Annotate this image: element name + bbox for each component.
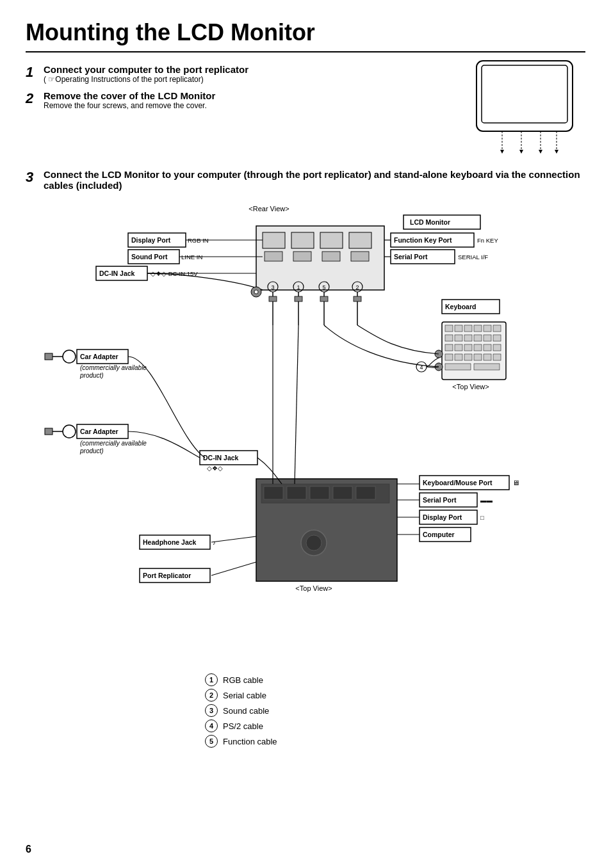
diagram-svg: <Rear View> LCD Monitor Function Key Por…	[26, 197, 589, 658]
svg-rect-21	[349, 232, 371, 248]
steps-section: 1 Connect your computer to the port repl…	[26, 64, 585, 163]
monitor-svg	[470, 58, 579, 160]
monitor-illustration	[470, 58, 585, 163]
svg-rect-71	[445, 364, 471, 370]
legend-num-2: 2	[205, 689, 218, 702]
serial-port-bottom-label: Serial Port	[423, 496, 457, 504]
car-adapter-1-sub: (commercially available	[80, 364, 147, 371]
legend-item-5: 5 Function cable	[205, 735, 585, 748]
page-title: Mounting the LCD Monitor	[26, 19, 585, 46]
fn-key-label: Fn KEY	[477, 237, 498, 244]
svg-rect-58	[493, 335, 501, 341]
dc-in-bottom-sub: ◇❖◇	[207, 465, 223, 472]
svg-point-95	[306, 535, 322, 551]
cable-num-5: 5	[322, 284, 325, 291]
svg-rect-22	[265, 252, 282, 261]
svg-marker-6	[500, 150, 504, 154]
headphone-jack-label: Headphone Jack	[143, 538, 197, 546]
display-port-left-label: Display Port	[131, 236, 171, 244]
legend-item-2: 2 Serial cable	[205, 689, 585, 702]
svg-rect-20	[320, 232, 343, 248]
svg-rect-92	[333, 486, 352, 499]
svg-rect-70	[493, 354, 501, 360]
rear-view-label: <Rear View>	[248, 205, 289, 213]
svg-rect-67	[464, 354, 472, 360]
cable-legend: 1 RGB cable 2 Serial cable 3 Sound cable…	[205, 673, 585, 748]
step-2-subtitle: Remove the four screws, and remove the c…	[44, 101, 457, 110]
svg-rect-69	[484, 354, 491, 360]
legend-item-4: 4 PS/2 cable	[205, 719, 585, 732]
svg-rect-65	[445, 354, 453, 360]
serial-port-top-label: Serial Port	[394, 253, 428, 261]
svg-marker-9	[555, 150, 558, 154]
computer-label: Computer	[423, 531, 455, 538]
dc-in-jack-left-label: DC-IN Jack	[99, 269, 135, 277]
top-view-keyboard-label: <Top View>	[452, 383, 489, 390]
display-port-right-label: Display Port	[423, 513, 462, 521]
legend-label-2: Serial cable	[223, 691, 266, 700]
svg-point-44	[254, 290, 258, 294]
svg-rect-90	[287, 486, 306, 499]
lcd-monitor-label: LCD Monitor	[410, 218, 450, 226]
svg-rect-40	[295, 296, 302, 301]
cable-num-1: 1	[297, 284, 300, 291]
svg-rect-50	[474, 325, 482, 332]
svg-rect-18	[263, 232, 285, 248]
car-adapter-2-sub: (commercially available	[80, 440, 147, 447]
step-1-number: 1	[26, 64, 44, 81]
legend-label-5: Function cable	[223, 737, 277, 746]
svg-rect-66	[455, 354, 462, 360]
svg-line-109	[211, 562, 256, 575]
car-adapter-2-label: Car Adapter	[80, 428, 118, 435]
svg-rect-24	[322, 252, 340, 261]
legend-num-3: 3	[205, 704, 218, 717]
svg-rect-59	[445, 344, 453, 351]
title-divider	[26, 51, 585, 52]
page-number: 6	[26, 844, 31, 855]
serial-port-icon: ▬▬	[480, 497, 493, 504]
cable-num-2: 2	[355, 284, 359, 291]
svg-rect-47	[445, 325, 453, 332]
keyboard-mouse-port-label: Keyboard/Mouse Port	[423, 479, 493, 486]
step-2-number: 2	[26, 90, 44, 107]
svg-rect-39	[269, 296, 277, 301]
svg-text:□: □	[480, 514, 484, 521]
sound-port-label: Sound Port	[131, 253, 168, 261]
svg-rect-51	[484, 325, 491, 332]
svg-rect-85	[45, 428, 53, 435]
svg-rect-0	[477, 61, 573, 131]
svg-rect-91	[310, 486, 329, 499]
svg-rect-80	[45, 353, 53, 360]
function-key-port-label: Function Key Port	[394, 236, 452, 244]
svg-rect-53	[445, 335, 453, 341]
svg-rect-49	[464, 325, 472, 332]
legend-item-3: 3 Sound cable	[205, 704, 585, 717]
cable-num-3: 3	[271, 284, 274, 291]
svg-rect-1	[482, 65, 567, 123]
svg-point-78	[63, 350, 76, 363]
legend-num-1: 1	[205, 673, 218, 686]
svg-rect-62	[474, 344, 482, 351]
connection-diagram: <Rear View> LCD Monitor Function Key Por…	[26, 197, 585, 661]
svg-rect-93	[356, 486, 375, 499]
svg-rect-57	[484, 335, 491, 341]
port-replicator-label: Port Replicator	[143, 572, 191, 579]
svg-text:♪: ♪	[213, 539, 216, 546]
dc-in-jack-bottom-label: DC-IN Jack	[203, 454, 239, 462]
svg-rect-89	[264, 486, 283, 499]
svg-line-111	[295, 325, 298, 484]
svg-text:product): product)	[79, 372, 104, 379]
step-2-title: Remove the cover of the LCD Monitor	[44, 90, 457, 101]
svg-rect-55	[464, 335, 472, 341]
svg-rect-64	[493, 344, 501, 351]
car-adapter-1-label: Car Adapter	[80, 353, 118, 360]
legend-num-5: 5	[205, 735, 218, 748]
legend-num-4: 4	[205, 719, 218, 732]
step-3-section: 3 Connect the LCD Monitor to your comput…	[26, 169, 585, 197]
svg-marker-8	[539, 150, 542, 154]
legend-label-1: RGB cable	[223, 675, 263, 685]
svg-rect-25	[351, 252, 369, 261]
serial-if-label: SERIAL I/F	[458, 253, 488, 261]
step-1-title: Connect your computer to the port replic…	[44, 64, 457, 75]
svg-text:product): product)	[79, 447, 104, 454]
